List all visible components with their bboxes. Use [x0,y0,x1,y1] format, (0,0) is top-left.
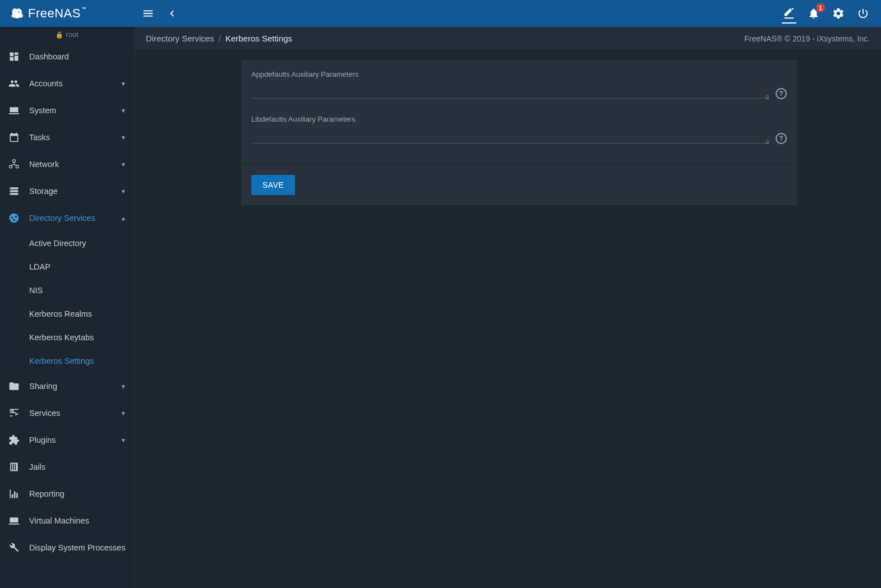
sidebar-item-label: Dashboard [29,52,126,61]
tune-icon [8,407,20,419]
lock-icon: 🔒 [56,31,63,38]
copyright: FreeNAS® © 2019 - iXsystems, Inc. [744,34,870,43]
breadcrumb-separator: / [219,34,221,43]
field-input-0[interactable] [251,84,769,99]
puzzle-icon [8,434,20,446]
accounts-icon [8,77,20,90]
calendar-icon [8,131,20,143]
dashboard-icon [8,50,20,63]
breadcrumb-parent[interactable]: Directory Services [146,34,214,43]
sidebar-item-dashboard[interactable]: Dashboard [0,43,134,70]
sidebar-item-label: Plugins [29,436,112,445]
sidebar-item-label: Display System Processes [29,543,126,552]
help-icon[interactable]: ? [776,88,787,99]
sidebar-item-label: System [29,106,112,115]
chevron-down-icon: ▼ [121,135,126,141]
sidebar-item-label: Storage [29,187,112,196]
sidebar: 🔒root DashboardAccounts▼System▼Tasks▼Net… [0,27,135,588]
sidebar-item-label: Accounts [29,79,112,88]
brand-name: FreeNAS™ [28,6,86,21]
field-label: Appdefaults Auxiliary Parameters [251,70,769,78]
sidebar-item-label: Reporting [29,489,126,498]
current-user[interactable]: 🔒root [0,27,134,43]
network-icon [8,158,20,170]
theme-icon[interactable] [782,7,796,20]
sidebar-item-storage[interactable]: Storage▼ [0,178,134,205]
sidebar-subitem-kerberos-realms[interactable]: Kerberos Realms [0,302,134,326]
sidebar-subitem-kerberos-keytabs[interactable]: Kerberos Keytabs [0,326,134,349]
breadcrumb-bar: Directory Services / Kerberos Settings F… [135,27,881,50]
sidebar-item-accounts[interactable]: Accounts▼ [0,70,134,97]
sidebar-item-plugins[interactable]: Plugins▼ [0,427,134,453]
sidebar-item-virtual-machines[interactable]: Virtual Machines [0,507,134,534]
freenas-logo-icon [11,7,24,20]
laptop-icon [8,104,20,117]
sidebar-item-reporting[interactable]: Reporting [0,480,134,507]
sidebar-item-sharing[interactable]: Sharing▼ [0,373,134,400]
sidebar-subitem-ldap[interactable]: LDAP [0,255,134,279]
sidebar-item-label: Tasks [29,133,112,142]
field-input-1[interactable] [251,129,769,143]
form-field: Libdefaults Auxiliary Parameters? [251,115,787,145]
sidebar-item-display-system-processes[interactable]: Display System Processes [0,534,134,561]
wrench-icon [8,541,20,554]
sidebar-item-services[interactable]: Services▼ [0,400,134,427]
topbar-left-controls [135,7,178,20]
field-label: Libdefaults Auxiliary Parameters [251,115,769,123]
chart-icon [8,488,20,500]
notification-badge: 1 [816,3,825,12]
sidebar-item-label: Sharing [29,382,112,391]
sidebar-subitem-active-directory[interactable]: Active Directory [0,232,134,255]
chevron-down-icon: ▼ [121,108,126,114]
sidebar-item-system[interactable]: System▼ [0,97,134,124]
sidebar-item-label: Jails [29,462,126,471]
form-field: Appdefaults Auxiliary Parameters? [251,70,787,100]
sidebar-item-label: Directory Services [29,214,112,223]
sidebar-item-jails[interactable]: Jails [0,453,134,480]
settings-icon[interactable] [832,7,845,20]
main-area: Directory Services / Kerberos Settings F… [135,27,881,588]
sidebar-item-label: Virtual Machines [29,516,126,525]
chevron-down-icon: ▼ [121,383,126,390]
topbar-right-controls: 1 [782,7,881,20]
jail-icon [8,461,20,473]
topbar: FreeNAS™ 1 [0,0,881,27]
sidebar-item-network[interactable]: Network▼ [0,151,134,178]
power-icon[interactable] [856,7,870,20]
sidebar-item-label: Network [29,160,112,169]
laptop-icon [8,515,20,527]
notifications-icon[interactable]: 1 [807,7,820,20]
storage-icon [8,185,20,197]
chevron-down-icon: ▼ [121,161,126,168]
settings-card: Appdefaults Auxiliary Parameters?Libdefa… [241,60,797,205]
dirserv-icon [8,212,20,224]
help-icon[interactable]: ? [776,133,787,144]
sidebar-item-directory-services[interactable]: Directory Services▲ [0,205,134,232]
save-button[interactable]: SAVE [251,175,295,195]
menu-toggle-icon[interactable] [141,7,155,20]
folder-icon [8,380,20,392]
back-icon[interactable] [165,7,178,20]
breadcrumb-current: Kerberos Settings [225,34,292,43]
chevron-up-icon: ▲ [121,215,126,221]
chevron-down-icon: ▼ [121,188,126,195]
sidebar-subitem-nis[interactable]: NIS [0,279,134,302]
sidebar-item-label: Services [29,409,112,418]
chevron-down-icon: ▼ [121,437,126,443]
chevron-down-icon: ▼ [121,81,126,87]
sidebar-subitem-kerberos-settings[interactable]: Kerberos Settings [0,349,134,373]
logo-area: FreeNAS™ [0,6,135,21]
sidebar-item-tasks[interactable]: Tasks▼ [0,124,134,151]
chevron-down-icon: ▼ [121,410,126,416]
